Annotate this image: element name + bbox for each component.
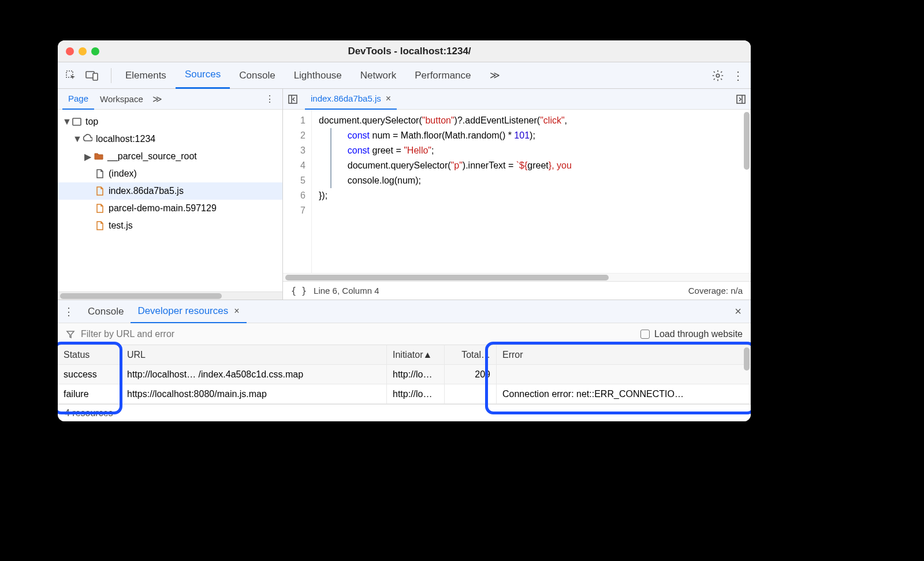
col-initiator[interactable]: Initiator▲ (387, 345, 445, 364)
more-icon[interactable]: ⋮ (732, 69, 744, 83)
cell-error (497, 365, 751, 384)
cell-url: http://localhost… /index.4a508c1d.css.ma… (121, 365, 387, 384)
file-tree[interactable]: ▼top ▼localhost:1234 ▶__parcel_source_ro… (58, 110, 282, 291)
tree-main[interactable]: parcel-demo-main.597129 (58, 200, 282, 217)
svg-rect-4 (73, 118, 81, 125)
cell-total: 209 (445, 365, 497, 384)
toggle-debugger-icon[interactable] (736, 94, 746, 104)
svg-point-3 (716, 74, 720, 77)
editor-tab-label: index.86da7ba5.js (311, 94, 381, 103)
navigator-scrollbar[interactable] (58, 291, 282, 300)
load-through-website[interactable]: Load through website (640, 329, 743, 339)
close-tab-icon[interactable]: × (386, 94, 391, 104)
tree-index[interactable]: (index) (58, 165, 282, 182)
tree-label: (index) (109, 169, 137, 179)
tree-js-selected[interactable]: index.86da7ba5.js (58, 182, 282, 200)
filter-input[interactable] (81, 329, 640, 339)
tabs-overflow-icon[interactable]: ≫ (480, 62, 509, 89)
tab-console[interactable]: Console (230, 62, 284, 89)
col-url[interactable]: URL (121, 345, 387, 364)
resource-table: Status URL Initiator▲ Total… Error succe… (58, 345, 751, 404)
cell-initiator: http://lo… (387, 384, 445, 403)
coverage-status: Coverage: n/a (688, 286, 743, 296)
nav-tab-workspace[interactable]: Workspace (94, 89, 149, 110)
titlebar: DevTools - localhost:1234/ (58, 40, 751, 62)
cell-url: https://localhost:8080/main.js.map (121, 384, 387, 403)
device-toggle-icon[interactable] (85, 69, 98, 82)
tab-sources[interactable]: Sources (176, 62, 230, 89)
tree-host[interactable]: ▼localhost:1234 (58, 130, 282, 148)
tree-label: __parcel_source_root (107, 151, 197, 162)
tree-test[interactable]: test.js (58, 217, 282, 234)
cell-status: failure (58, 384, 121, 403)
table-header: Status URL Initiator▲ Total… Error (58, 345, 751, 365)
cell-initiator: http://lo… (387, 365, 445, 384)
load-label: Load through website (654, 329, 743, 339)
drawer-tab-devres[interactable]: Developer resources× (131, 300, 246, 323)
table-row[interactable]: success http://localhost… /index.4a508c1… (58, 365, 751, 384)
inspect-icon[interactable] (65, 69, 77, 82)
drawer-tab-console[interactable]: Console (81, 300, 131, 323)
main-area: Page Workspace ≫ ⋮ ▼top ▼localhost:1234 … (58, 89, 751, 300)
cell-total (445, 384, 497, 403)
drawer: ⋮ Console Developer resources× × Load th… (58, 300, 751, 421)
col-error[interactable]: Error (497, 345, 751, 364)
editor-status-bar: { } Line 6, Column 4 Coverage: n/a (283, 281, 751, 300)
drawer-tabs: ⋮ Console Developer resources× × (58, 300, 751, 323)
col-total[interactable]: Total… (445, 345, 497, 364)
table-row[interactable]: failure https://localhost:8080/main.js.m… (58, 384, 751, 404)
drawer-tab-label: Developer resources (137, 305, 228, 317)
drawer-footer: 4 resources (58, 404, 751, 421)
divider (111, 68, 111, 83)
minimize-window-icon[interactable] (79, 47, 87, 55)
format-icon[interactable]: { } (291, 286, 307, 296)
nav-overflow-icon[interactable]: ≫ (152, 94, 162, 104)
devtools-window: DevTools - localhost:1234/ Elements Sour… (58, 40, 751, 421)
line-gutter: 1234567 (283, 110, 312, 273)
editor-pane: index.86da7ba5.js× 1234567 document.quer… (283, 89, 751, 300)
svg-rect-2 (93, 73, 98, 80)
drawer-more-icon[interactable]: ⋮ (64, 305, 74, 318)
close-drawer-tab-icon[interactable]: × (234, 306, 239, 316)
traffic-lights (66, 47, 99, 55)
tab-performance[interactable]: Performance (405, 62, 480, 89)
checkbox-icon[interactable] (640, 330, 650, 339)
code-lines: document.querySelector("button")?.addEve… (312, 110, 751, 273)
close-drawer-icon[interactable]: × (731, 305, 745, 318)
navigator-sidebar: Page Workspace ≫ ⋮ ▼top ▼localhost:1234 … (58, 89, 283, 300)
main-toolbar: Elements Sources Console Lighthouse Netw… (58, 62, 751, 89)
tree-label: localhost:1234 (96, 134, 155, 144)
table-vscroll[interactable] (744, 347, 750, 371)
navigator-tabs: Page Workspace ≫ ⋮ (58, 89, 282, 110)
tree-label: index.86da7ba5.js (109, 186, 184, 196)
tree-label: test.js (109, 220, 133, 231)
filter-bar: Load through website (58, 323, 751, 345)
tab-elements[interactable]: Elements (116, 62, 176, 89)
tree-label: parcel-demo-main.597129 (109, 203, 217, 214)
code-editor[interactable]: 1234567 document.querySelector("button")… (283, 110, 751, 273)
editor-tabs: index.86da7ba5.js× (283, 89, 751, 110)
cell-status: success (58, 365, 121, 384)
filter-icon[interactable] (66, 330, 75, 339)
tab-lighthouse[interactable]: Lighthouse (285, 62, 351, 89)
cursor-position: Line 6, Column 4 (314, 286, 379, 296)
resource-count: 4 resources (65, 408, 113, 418)
tree-parcel[interactable]: ▶__parcel_source_root (58, 148, 282, 165)
window-title: DevTools - localhost:1234/ (111, 46, 708, 57)
editor-tab-active[interactable]: index.86da7ba5.js× (305, 89, 397, 110)
zoom-window-icon[interactable] (91, 47, 99, 55)
nav-tab-page[interactable]: Page (62, 89, 94, 110)
toggle-navigator-icon[interactable] (288, 94, 299, 104)
cell-error: Connection error: net::ERR_CONNECTIO… (497, 384, 751, 403)
settings-icon[interactable] (711, 69, 724, 82)
editor-vscroll[interactable] (744, 112, 750, 170)
nav-more-icon[interactable]: ⋮ (262, 94, 278, 104)
close-window-icon[interactable] (66, 47, 74, 55)
tree-top[interactable]: ▼top (58, 113, 282, 130)
tab-network[interactable]: Network (351, 62, 405, 89)
editor-hscroll[interactable] (283, 273, 751, 281)
col-status[interactable]: Status (58, 345, 121, 364)
tree-label: top (85, 117, 98, 127)
